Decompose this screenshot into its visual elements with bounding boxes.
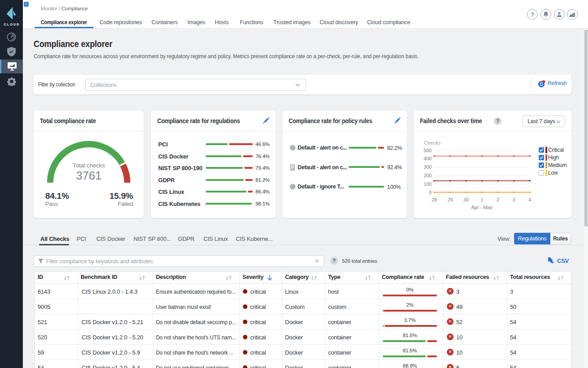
svg-text:Apr - May: Apr - May <box>471 205 493 210</box>
svg-text:29: 29 <box>448 197 453 202</box>
svg-text:Low: Low <box>548 170 558 176</box>
svg-text:?: ? <box>531 12 534 18</box>
svg-text:30: 30 <box>463 197 469 202</box>
svg-text:4: 4 <box>528 197 531 202</box>
svg-text:Checks: Checks <box>424 140 441 145</box>
svg-text:2: 2 <box>497 197 499 202</box>
svg-text:100: 100 <box>424 181 432 187</box>
svg-text:Critical: Critical <box>548 147 564 153</box>
svg-text:Medium: Medium <box>548 162 567 168</box>
svg-text:300: 300 <box>424 164 432 170</box>
svg-text:28: 28 <box>432 197 437 202</box>
svg-text:1: 1 <box>481 197 484 202</box>
svg-text:High: High <box>548 154 559 161</box>
svg-text:200: 200 <box>424 173 432 178</box>
svg-text:0: 0 <box>429 190 432 195</box>
svg-text:3: 3 <box>513 197 515 202</box>
svg-text:500: 500 <box>424 148 432 153</box>
svg-text:400: 400 <box>424 156 432 161</box>
